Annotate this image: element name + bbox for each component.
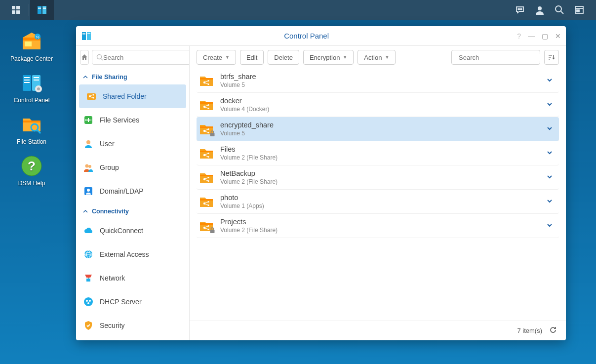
expand-row-button[interactable] [542,125,557,133]
expand-row-button[interactable] [542,198,557,206]
caret-down-icon: ▼ [225,55,230,60]
svg-rect-39 [82,35,85,35]
share-row[interactable]: ProjectsVolume 2 (File Share) [197,214,559,238]
sidebar-item-group[interactable]: Group [76,156,189,179]
sidebar-section-file-sharing[interactable]: File Sharing [76,69,189,84]
window-maximize-button[interactable]: ▢ [542,32,548,40]
desktop-icon-package-center[interactable]: % Package Center [8,30,55,62]
sidebar-item-security[interactable]: Security [76,314,189,337]
shield-icon [83,320,94,331]
share-row[interactable]: NetBackupVolume 2 (File Share) [197,165,559,190]
svg-rect-25 [24,80,30,81]
chevron-down-icon [546,125,553,132]
encryption-button[interactable]: Encryption▼ [303,50,354,65]
chevron-up-icon [83,75,88,80]
delete-button[interactable]: Delete [268,50,299,65]
sidebar-search-input[interactable] [103,54,186,61]
svg-line-42 [101,59,103,60]
sidebar-item-quickconnect[interactable]: QuickConnect [76,219,189,243]
shared-folder-icon [199,169,214,185]
taskbar-app-control-panel[interactable] [30,0,54,20]
user-icon [83,138,94,149]
expand-row-button[interactable] [542,222,557,230]
expand-row-button[interactable] [542,173,557,182]
window-titlebar[interactable]: Control Panel ? — ▢ ✕ [76,26,566,46]
control-panel-icon [37,4,47,15]
create-button[interactable]: Create▼ [197,50,236,65]
user-menu-button[interactable] [533,3,547,17]
svg-point-51 [85,164,89,168]
expand-row-button[interactable] [542,77,557,85]
share-name: docker [220,97,542,105]
sort-button[interactable] [544,50,559,65]
sidebar-item-label: User [100,140,115,148]
desktop-icon-file-station[interactable]: File Station [8,113,55,145]
share-row[interactable]: photoVolume 1 (Apps) [197,190,559,214]
share-row[interactable]: btrfs_shareVolume 5 [197,69,559,93]
sidebar-item-file-services[interactable]: File Services [76,108,189,132]
svg-rect-38 [82,33,85,34]
shared-folder-icon [199,97,214,113]
file-station-icon [20,113,43,136]
svg-rect-104 [210,230,215,233]
main-pane: Create▼ Edit Delete Encryption▼ Action▼ … [190,46,566,340]
group-icon [83,162,94,173]
desktop: % Package Center Control Panel File Stat… [0,25,63,201]
sidebar-item-label: DHCP Server [100,298,142,306]
sidebar-item-domain-ldap[interactable]: Domain/LDAP [76,179,189,203]
svg-point-14 [556,6,561,12]
caret-down-icon: ▼ [385,55,389,60]
sidebar-item-dhcp-server[interactable]: DHCP Server [76,290,189,314]
toolbar-search[interactable] [451,50,540,65]
sidebar-item-network[interactable]: Network [76,266,189,290]
share-name: Projects [220,218,542,226]
share-row[interactable]: FilesVolume 2 (File Share) [197,141,559,165]
widgets-button[interactable] [572,3,586,17]
apps-grid-icon [11,5,20,14]
window-close-button[interactable]: ✕ [555,32,561,40]
share-row[interactable]: encrypted_shareVolume 5 [197,117,559,141]
share-location: Volume 2 (File Share) [220,178,542,185]
share-location: Volume 2 (File Share) [220,227,542,234]
sidebar-home-button[interactable] [80,50,89,65]
shared-folder-list: btrfs_shareVolume 5dockerVolume 4 (Docke… [190,69,566,321]
desktop-icon-dsm-help[interactable]: ? DSM Help [8,154,55,187]
sidebar-item-user[interactable]: User [76,132,189,156]
desktop-icon-label: Control Panel [8,97,55,104]
window-minimize-button[interactable]: — [528,32,535,40]
search-button[interactable] [553,3,566,17]
svg-point-12 [521,9,522,10]
system-taskbar [0,0,596,20]
sidebar-item-label: Network [100,274,125,282]
notifications-button[interactable] [513,3,527,17]
svg-point-50 [86,140,90,144]
share-row[interactable]: dockerVolume 4 (Docker) [197,93,559,117]
sidebar-item-shared-folder[interactable]: Shared Folder [79,84,186,108]
edit-button[interactable]: Edit [240,50,264,65]
shared-folder-icon [199,145,214,161]
svg-rect-65 [549,55,552,56]
svg-rect-66 [549,57,551,58]
reload-button[interactable] [549,326,557,335]
domain-icon [83,186,94,197]
shared-folder-icon [199,121,214,137]
main-menu-button[interactable] [4,0,28,20]
expand-row-button[interactable] [542,101,557,109]
sidebar-search[interactable] [92,50,190,65]
sort-icon [548,53,556,61]
toolbar-search-input[interactable] [459,54,542,61]
sidebar-item-label: File Services [100,116,139,124]
svg-point-13 [538,6,542,10]
sidebar-item-label: Security [100,322,125,329]
action-button[interactable]: Action▼ [358,50,396,65]
desktop-icon-control-panel[interactable]: Control Panel [8,71,55,104]
lock-icon [209,227,216,235]
cloud-icon [83,225,94,236]
window-help-button[interactable]: ? [517,32,521,40]
reload-icon [549,326,557,334]
sidebar-item-external-access[interactable]: External Access [76,243,189,266]
expand-row-button[interactable] [542,149,557,158]
svg-rect-7 [38,8,41,9]
share-location: Volume 5 [220,81,542,88]
sidebar-section-connectivity[interactable]: Connectivity [76,203,189,219]
